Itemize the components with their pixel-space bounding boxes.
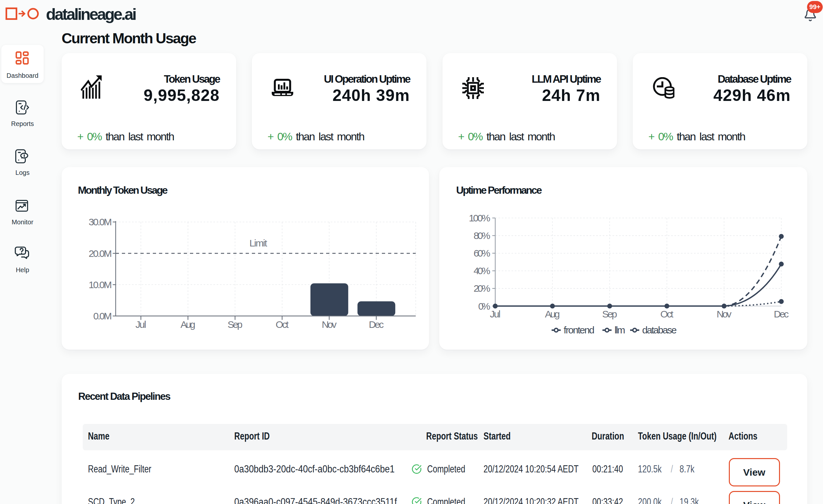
svg-text:20%: 20% <box>473 283 490 294</box>
svg-text:40%: 40% <box>473 265 490 276</box>
svg-text:Jul: Jul <box>136 319 146 330</box>
svg-text:database: database <box>642 325 677 335</box>
svg-text:llm: llm <box>615 325 625 335</box>
svg-text:Nov: Nov <box>716 309 731 319</box>
svg-text:frontend: frontend <box>564 325 595 335</box>
svg-text:20.0M: 20.0M <box>89 248 112 259</box>
svg-text:30.0M: 30.0M <box>89 217 112 227</box>
svg-text:Aug: Aug <box>180 319 195 330</box>
svg-text:Oct: Oct <box>276 319 289 330</box>
svg-text:Nov: Nov <box>322 319 337 330</box>
svg-text:Sep: Sep <box>602 309 617 319</box>
svg-text:60%: 60% <box>473 248 490 259</box>
svg-text:Dec: Dec <box>369 319 384 330</box>
svg-text:80%: 80% <box>473 230 490 241</box>
svg-text:0%: 0% <box>478 301 490 312</box>
svg-text:100%: 100% <box>469 213 490 223</box>
svg-text:Oct: Oct <box>660 309 674 319</box>
svg-text:Aug: Aug <box>545 309 560 319</box>
svg-text:10.0M: 10.0M <box>89 279 112 290</box>
svg-text:0.0M: 0.0M <box>93 311 112 321</box>
svg-text:Dec: Dec <box>774 309 789 319</box>
svg-text:Sep: Sep <box>228 319 243 330</box>
svg-text:Jul: Jul <box>490 309 501 319</box>
svg-text:Limit: Limit <box>250 238 268 248</box>
